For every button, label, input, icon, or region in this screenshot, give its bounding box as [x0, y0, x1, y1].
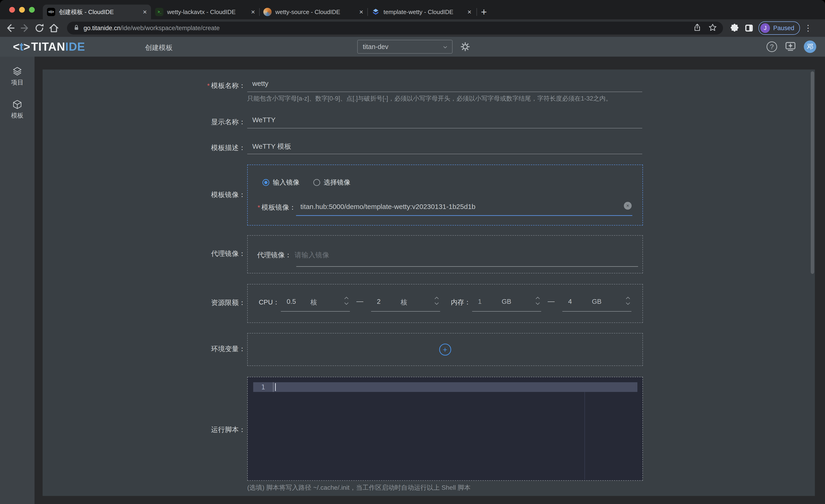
memory-label: 内存： [451, 298, 471, 307]
profile-chip[interactable]: J Paused [758, 21, 800, 35]
env-vars-box: + [247, 333, 643, 366]
line-number: 1 [253, 383, 273, 391]
tab-close-icon[interactable]: × [359, 8, 363, 16]
clear-icon[interactable]: × [624, 202, 631, 209]
image-group-box: 输入镜像 选择镜像 *模板镜像： titan.hub:5000/demo/tem… [247, 165, 643, 226]
tab-wetty-lackavtx[interactable]: >_ wetty-lackavtx - CloudIDE × [151, 5, 259, 19]
home-icon[interactable] [48, 22, 60, 34]
cpu-min-value: 0.5 [287, 298, 296, 306]
range-dash: — [356, 297, 363, 305]
memory-min-value: 1 [478, 298, 481, 306]
stepper-arrows[interactable] [625, 297, 630, 305]
titanide-logo: <t>TITANIDE [13, 37, 85, 57]
tab-title: 创建模板 - CloudIDE [59, 8, 140, 16]
script-editor[interactable]: 1 [247, 377, 643, 481]
display-name-input[interactable]: WeTTY [247, 112, 642, 129]
stepper-arrows[interactable] [535, 297, 540, 305]
proxy-field-label: 代理镜像： [252, 250, 292, 260]
tab-template-wetty[interactable]: template-wetty - CloudIDE × [367, 5, 475, 19]
tab-title: wetty-source - CloudIDE [275, 8, 356, 16]
window-zoom-button[interactable] [29, 7, 35, 13]
terminal-favicon: >_ [155, 8, 163, 16]
sidebar-item-label: 模板 [11, 111, 23, 120]
environment-select[interactable]: titan-dev [357, 40, 453, 54]
back-icon[interactable] [5, 22, 16, 34]
user-avatar[interactable]: 邓 [804, 40, 816, 53]
browser-toolbar: go.titanide.cn/ide/web/workspace/templat… [0, 19, 825, 37]
share-icon[interactable] [693, 23, 701, 33]
reload-icon[interactable] [33, 22, 45, 34]
environment-select-value: titan-dev [363, 43, 388, 51]
stepper-arrows[interactable] [434, 297, 439, 305]
description-label: 模板描述： [43, 143, 246, 153]
system-settings-icon[interactable] [784, 40, 797, 53]
sidebar-item-templates[interactable]: 模板 [11, 99, 23, 120]
template-name-input[interactable]: wetty [247, 76, 642, 92]
image-field-value[interactable]: titan.hub:5000/demo/template-wetty:v2023… [300, 203, 475, 211]
cpu-label: CPU： [259, 298, 280, 307]
resources-group-label: 资源限额： [43, 298, 246, 308]
sidebar-item-projects[interactable]: 项目 [11, 66, 23, 87]
radio-selected-icon [262, 179, 269, 186]
window-minimize-button[interactable] [19, 7, 25, 13]
description-input[interactable]: WeTTY 模板 [247, 138, 642, 154]
forward-icon[interactable] [19, 22, 30, 34]
image-mode-radios: 输入镜像 选择镜像 [262, 178, 350, 187]
template-name-value: wetty [252, 80, 269, 87]
add-env-var-button[interactable]: + [439, 344, 451, 355]
proxy-field-placeholder[interactable]: 请输入镜像 [295, 250, 329, 260]
memory-max-unit: GB [592, 298, 601, 306]
tab-list: <t> 创建模板 - CloudIDE × >_ wetty-lackavtx … [43, 5, 491, 19]
proxy-group-label: 代理镜像： [43, 249, 246, 258]
help-icon[interactable]: ? [766, 41, 777, 52]
url-text: go.titanide.cn/ide/web/workspace/templat… [84, 25, 220, 32]
page-title: 创建模板 [145, 43, 173, 53]
sidebar: 项目 模板 [0, 57, 34, 504]
proxy-group-box: 代理镜像： 请输入镜像 [247, 235, 643, 273]
memory-min-stepper[interactable]: 1 GB [472, 295, 541, 312]
url-path: /ide/web/workspace/template/create [121, 25, 220, 31]
image-group-label: 模板镜像： [43, 190, 246, 199]
create-template-form: *模板名称： wetty 只能包含小写字母[a-z]、数字[0-9]、点[.]与… [43, 70, 815, 496]
scrollbar-thumb[interactable] [811, 71, 814, 274]
template-favicon [372, 8, 380, 16]
new-tab-button[interactable]: + [476, 5, 491, 19]
window-controls [9, 7, 35, 13]
stepper-down-icon [625, 302, 630, 305]
tab-title: template-wetty - CloudIDE [383, 8, 464, 16]
resources-row: CPU： 0.5 核 — 2 核 [259, 295, 631, 312]
required-mark: * [207, 82, 210, 89]
stepper-up-icon [535, 297, 540, 300]
cpu-min-stepper[interactable]: 0.5 核 [281, 295, 350, 312]
editor-ruler [585, 392, 585, 480]
window-close-button[interactable] [9, 7, 15, 13]
memory-max-stepper[interactable]: 4 GB [562, 295, 631, 312]
tab-strip: <t> 创建模板 - CloudIDE × >_ wetty-lackavtx … [0, 0, 825, 19]
tab-close-icon[interactable]: × [251, 8, 255, 16]
tab-close-icon[interactable]: × [467, 8, 471, 16]
source-favicon [263, 8, 272, 16]
extensions-icon[interactable] [729, 22, 741, 34]
stepper-down-icon [434, 302, 439, 305]
radio-input-image[interactable]: 输入镜像 [262, 178, 299, 187]
editor-current-line[interactable]: 1 [253, 382, 638, 392]
tab-close-icon[interactable]: × [143, 8, 147, 16]
memory-min-unit: GB [502, 298, 511, 306]
kebab-menu-icon[interactable]: ⋮ [803, 23, 813, 33]
stepper-arrows[interactable] [344, 297, 349, 305]
cpu-max-stepper[interactable]: 2 核 [371, 295, 440, 312]
image-field: *模板镜像： titan.hub:5000/demo/template-wett… [248, 199, 643, 218]
tab-wetty-source[interactable]: wetty-source - CloudIDE × [259, 5, 367, 19]
bookmark-star-icon[interactable] [708, 23, 717, 33]
stepper-down-icon [535, 302, 540, 305]
cube-icon [12, 99, 22, 109]
tab-create-template[interactable]: <t> 创建模板 - CloudIDE × [43, 5, 151, 19]
stepper-up-icon [344, 297, 349, 300]
radio-select-image[interactable]: 选择镜像 [313, 178, 350, 187]
gear-icon[interactable] [460, 41, 470, 53]
side-panel-icon[interactable] [743, 22, 755, 34]
layers-icon [12, 66, 22, 76]
url-bar[interactable]: go.titanide.cn/ide/web/workspace/templat… [67, 22, 723, 34]
main-content: *模板名称： wetty 只能包含小写字母[a-z]、数字[0-9]、点[.]与… [34, 57, 825, 504]
browser-window: <t> 创建模板 - CloudIDE × >_ wetty-lackavtx … [0, 0, 825, 504]
